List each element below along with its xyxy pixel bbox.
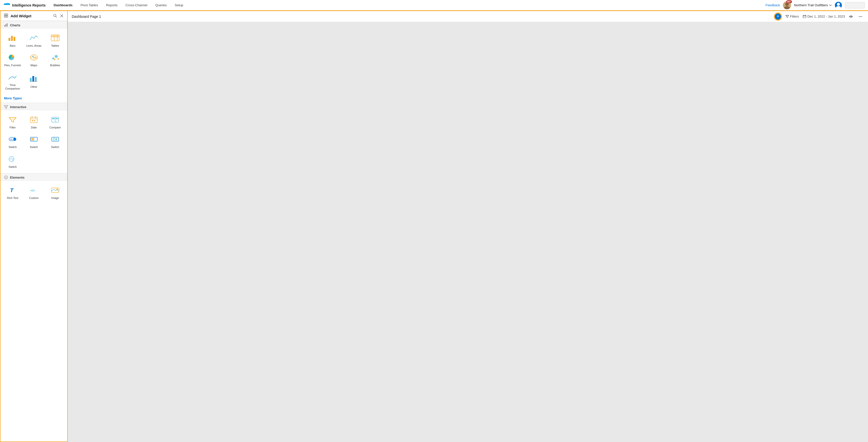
widget-image[interactable]: Image <box>45 183 65 202</box>
user-avatar[interactable] <box>835 2 842 9</box>
interactive-section-label: Interactive <box>10 105 26 109</box>
svg-point-1 <box>784 6 790 9</box>
feedback-link[interactable]: Feedback <box>766 3 780 7</box>
widget-switch-1[interactable]: ⟺ Switch <box>2 132 23 151</box>
tab-setup[interactable]: Setup <box>171 0 187 11</box>
widget-tables[interactable]: Tables <box>45 31 65 50</box>
widget-pies-funnels[interactable]: Pies, Funnels <box>2 51 23 69</box>
close-icon[interactable] <box>60 14 64 18</box>
pies-icon <box>8 53 17 62</box>
svg-point-26 <box>32 56 33 57</box>
search-icon[interactable] <box>53 14 57 18</box>
svg-point-55 <box>53 138 55 140</box>
lines-areas-label: Lines, Areas <box>26 44 42 48</box>
filter-label: Filter <box>9 126 16 129</box>
widget-switch-3[interactable]: $ Switch <box>45 132 65 151</box>
svg-point-27 <box>35 58 36 59</box>
org-name: Northern Trail Outfitters <box>794 3 828 7</box>
time-comparison-icon <box>8 73 17 82</box>
filters-label: Filters <box>790 14 799 18</box>
svg-text:T: T <box>10 187 14 193</box>
search-input-nav[interactable] <box>845 2 865 8</box>
svg-rect-65 <box>803 15 806 18</box>
widget-date[interactable]: Date <box>24 113 44 131</box>
switch-3-label: Switch <box>51 145 59 149</box>
widget-filter[interactable]: Filter <box>2 113 23 131</box>
charts-icon <box>4 23 8 27</box>
nav-right: Feedback 99+ Northern Trail Outfitters <box>766 1 865 9</box>
custom-icon: </> <box>29 186 38 195</box>
image-label: Image <box>51 196 59 200</box>
svg-rect-40 <box>34 120 35 121</box>
compare-label: Compare <box>50 126 61 129</box>
switch-1-icon: ⟺ <box>8 135 17 144</box>
svg-rect-22 <box>51 35 59 37</box>
filter-widget-icon <box>8 115 17 124</box>
widget-bubbles[interactable]: Bubbles <box>45 51 65 69</box>
nav-tabs: Dashboards Pivot Tables Reports Cross-Ch… <box>50 0 766 10</box>
widget-time-comparison[interactable]: Time Comparison <box>2 70 23 93</box>
tab-queries[interactable]: Queries <box>151 0 171 11</box>
more-options-icon <box>859 15 863 18</box>
bars-label: Bars <box>10 44 16 48</box>
charts-grid: Bars Lines, Areas <box>0 28 67 95</box>
svg-rect-39 <box>32 120 33 121</box>
svg-rect-32 <box>30 78 32 82</box>
chevron-down-icon <box>829 4 832 7</box>
switch-4-icon <box>8 155 17 163</box>
tab-pivot-tables[interactable]: Pivot Tables <box>76 0 102 11</box>
svg-rect-5 <box>6 14 8 15</box>
widget-rich-text[interactable]: T Rich Text <box>2 183 23 202</box>
dashboard-canvas <box>68 22 868 442</box>
widget-switch-2[interactable]: # Switch <box>24 132 44 151</box>
toolbar-right: + Filters Dec 1, 2022 - Jan 1, 2023 <box>774 13 864 20</box>
svg-rect-6 <box>4 16 6 17</box>
widget-lines-areas[interactable]: Lines, Areas <box>24 31 44 50</box>
svg-text:⟺: ⟺ <box>10 138 12 140</box>
date-range-text: Dec 1, 2022 - Jan 1, 2023 <box>807 14 845 18</box>
more-types-link[interactable]: More Types <box>0 95 67 103</box>
svg-point-3 <box>836 6 841 9</box>
svg-point-28 <box>52 58 54 59</box>
add-widget-button[interactable]: + <box>774 13 781 20</box>
switch-2-icon: # <box>29 135 38 144</box>
widget-compare[interactable]: Compare <box>45 113 65 131</box>
dashboard-toolbar: Dashboard Page 1 + Filters De <box>68 11 868 22</box>
svg-point-29 <box>55 55 58 58</box>
salesforce-logo <box>3 2 10 9</box>
filters-button[interactable]: Filters <box>784 13 800 19</box>
rich-text-icon: T <box>8 186 17 195</box>
interactive-section-header: Interactive <box>0 103 67 110</box>
widget-bars[interactable]: Bars <box>2 31 23 50</box>
image-icon <box>51 186 60 195</box>
tables-icon <box>51 33 60 42</box>
tab-cross-channel[interactable]: Cross-Channel <box>121 0 151 11</box>
notification-badge[interactable]: 99+ <box>783 1 791 9</box>
svg-rect-14 <box>7 23 7 27</box>
widget-maps[interactable]: Maps <box>24 51 44 69</box>
interactive-grid: Filter Date <box>0 110 67 173</box>
bars-icon <box>8 33 17 42</box>
svg-point-69 <box>850 16 852 17</box>
bubbles-label: Bubbles <box>50 63 60 67</box>
svg-point-31 <box>54 59 56 60</box>
widget-switch-4[interactable]: Switch <box>2 152 23 170</box>
org-selector[interactable]: Northern Trail Outfitters <box>794 3 832 7</box>
visibility-button[interactable] <box>847 14 855 19</box>
more-options-button[interactable] <box>857 14 864 19</box>
widget-custom[interactable]: </> Custom <box>24 183 44 202</box>
svg-line-9 <box>56 16 57 17</box>
svg-rect-45 <box>52 118 55 119</box>
svg-rect-16 <box>11 36 13 41</box>
tab-reports[interactable]: Reports <box>102 0 122 11</box>
other-label: Other <box>30 85 37 89</box>
widget-other[interactable]: Other <box>24 70 44 93</box>
date-range-selector[interactable]: Dec 1, 2022 - Jan 1, 2023 <box>803 14 845 18</box>
svg-rect-4 <box>4 14 6 15</box>
add-widget-panel: Add Widget Charts <box>0 11 68 442</box>
svg-text:?: ? <box>5 177 6 179</box>
time-comparison-label: Time Comparison <box>3 83 22 91</box>
tab-dashboards[interactable]: Dashboards <box>50 0 76 11</box>
svg-point-70 <box>859 16 860 17</box>
rich-text-label: Rich Text <box>7 196 18 200</box>
